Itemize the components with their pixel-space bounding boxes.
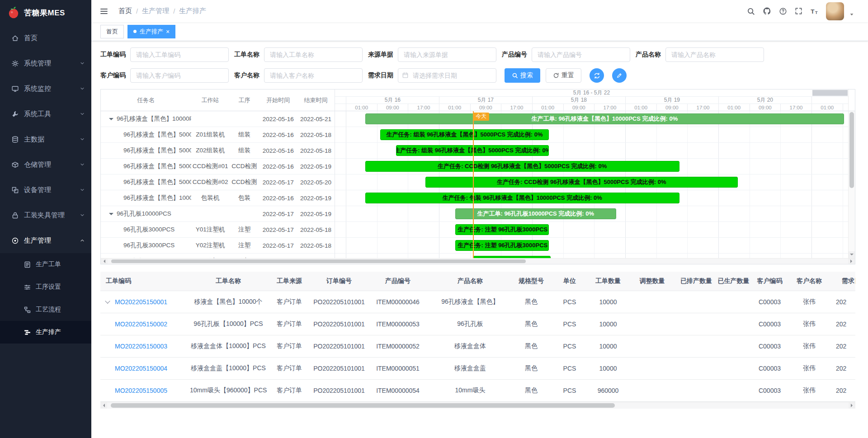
gantt-vertical-scrollbar[interactable] <box>848 89 855 258</box>
gantt-timeline-row: 生产任务: 包装 96孔移液盒【黑色】10000PCS 完成比例: 0% <box>335 190 848 206</box>
fullscreen-icon[interactable] <box>795 7 802 15</box>
gantt-grid-row[interactable]: 96孔孔板3000PCSY03注塑机注塑2022-05-172022-05-18 <box>101 254 335 258</box>
user-menu-caret-icon[interactable] <box>849 12 854 17</box>
work-order-name-input[interactable] <box>264 47 363 62</box>
reset-button[interactable]: 重置 <box>546 68 581 83</box>
user-avatar[interactable] <box>826 2 844 20</box>
task-bar[interactable]: 生产任务: 组装 96孔移液盒【黑色】5000PCS 完成比例: 0% <box>380 129 549 140</box>
order-row[interactable]: MO202205150001移液盒【黑色】10000个客户订单PO2022051… <box>100 291 855 313</box>
tab-home[interactable]: 首页 <box>100 25 124 38</box>
tab-production-scheduling[interactable]: 生产排产× <box>127 25 175 38</box>
chevron-down-icon <box>80 212 85 218</box>
gantt-grid-row[interactable]: 96孔移液盒【黑色】5000PCSCCD检测#01CCD检测2022-05-16… <box>101 159 335 174</box>
scrollbar-thumb[interactable] <box>111 259 526 263</box>
sidebar-toggle-icon[interactable] <box>99 7 108 16</box>
gantt-grid-row[interactable]: 96孔移液盒【黑色】10000PCS包装机包装2022-05-162022-05… <box>101 190 335 206</box>
edit-button[interactable] <box>612 68 627 83</box>
gantt-grid-row[interactable]: 96孔移液盒【黑色】5000PCSZ02组装机组装2022-05-162022-… <box>101 143 335 159</box>
task-bar[interactable]: 生产任务: 注塑 96孔孔板3000PCS 完成比例: 0% <box>473 256 550 258</box>
orders-horizontal-scrollbar[interactable] <box>100 402 855 409</box>
breadcrumb-item[interactable]: 生产管理 <box>142 7 169 15</box>
order-row[interactable]: MO202205150004移液盒盒盖【10000】PCS客户订单PO20220… <box>100 357 855 379</box>
order-cell: 96孔孔板【10000】PCS <box>190 313 267 335</box>
start-time-cell: 2022-05-16 <box>259 163 297 170</box>
chevron-down-icon <box>80 137 85 142</box>
sidebar-item-production-management[interactable]: 生产管理 <box>0 228 91 253</box>
scrollbar-track[interactable] <box>107 402 849 409</box>
github-icon[interactable] <box>763 7 771 15</box>
scroll-right-button[interactable] <box>848 259 855 264</box>
task-bar[interactable]: 生产任务: 注塑 96孔孔板3000PCS 完成比例: 0% <box>455 224 549 235</box>
scrollbar-thumb[interactable] <box>849 112 854 188</box>
order-code-link[interactable]: MO202205150002 <box>115 320 167 328</box>
scroll-left-button[interactable] <box>101 259 108 264</box>
scrollbar-track[interactable] <box>849 111 855 251</box>
order-cell: 96孔孔板 <box>429 313 511 335</box>
order-code-link[interactable]: MO202205150003 <box>115 343 167 350</box>
breadcrumb-item[interactable]: 首页 <box>118 7 132 15</box>
tree-expand-icon[interactable] <box>109 213 113 217</box>
order-row[interactable]: MO20220515000296孔孔板【10000】PCS客户订单PO20220… <box>100 313 855 335</box>
task-bar[interactable]: 生产任务: 注塑 96孔孔板3000PCS 完成比例: 0% <box>455 240 549 251</box>
gantt-grid-row[interactable]: 96孔移液盒【黑色】5000PCSZ01组装机组装2022-05-162022-… <box>101 127 335 143</box>
sidebar-item-system-monitoring[interactable]: 系统监控 <box>0 76 91 101</box>
gantt-grid-row[interactable]: 96孔孔板3000PCSY02注塑机注塑2022-05-172022-05-18 <box>101 238 335 254</box>
tree-expand-icon[interactable] <box>109 118 113 122</box>
work-order-bar[interactable]: 生产工单: 96孔孔板10000PCS 完成比例: 0% <box>455 208 616 219</box>
sidebar-item-production-work-order[interactable]: 生产工单 <box>0 253 91 276</box>
product-code-input[interactable] <box>532 47 630 62</box>
sidebar-item-home[interactable]: 首页 <box>0 25 91 51</box>
order-row[interactable]: MO202205150003移液盒盒体【10000】PCS客户订单PO20220… <box>100 335 855 357</box>
app-logo[interactable]: 苦糖果MES <box>0 0 91 25</box>
timeline-hour-label: 01:00 <box>718 104 750 111</box>
sidebar-item-warehouse-management[interactable]: 仓储管理 <box>0 152 91 177</box>
customer-code-input[interactable] <box>130 68 229 83</box>
gantt-grid-row[interactable]: 96孔孔板3000PCSY01注塑机注塑2022-05-172022-05-18 <box>101 222 335 238</box>
work-order-code-input[interactable] <box>130 47 229 62</box>
order-cell: 黑色 <box>511 335 552 357</box>
font-size-icon[interactable]: TT <box>810 7 818 15</box>
gantt-grid-row[interactable]: 96孔移液盒【黑色】5000PCSCCD检测#02CCD检测2022-05-17… <box>101 174 335 190</box>
order-code-link[interactable]: MO202205150004 <box>115 365 167 372</box>
task-name: 96孔孔板3000PCS <box>123 241 175 250</box>
tab-close-icon[interactable]: × <box>166 28 170 35</box>
sidebar-item-master-data[interactable]: 主数据 <box>0 127 91 152</box>
sidebar-item-fixture-management[interactable]: 工装夹具管理 <box>0 203 91 228</box>
task-bar[interactable]: 生产任务: CCD检测 96孔移液盒【黑色】5000PCS 完成比例: 0% <box>365 161 679 172</box>
sidebar-item-system-management[interactable]: 系统管理 <box>0 51 91 76</box>
source-doc-input[interactable] <box>398 47 496 62</box>
task-bar[interactable]: 生产任务: CCD检测 96孔移液盒【黑色】5000PCS 完成比例: 0% <box>425 177 738 188</box>
help-icon[interactable] <box>779 7 787 15</box>
sidebar-item-process-settings[interactable]: 工序设置 <box>0 276 91 298</box>
scroll-left-button[interactable] <box>100 402 107 409</box>
gantt-horizontal-scrollbar[interactable] <box>101 258 855 264</box>
customer-name-input[interactable] <box>264 68 363 83</box>
gantt-timeline-header: 5月 16 - 5月 22 5月 165月 175月 185月 195月 205… <box>335 89 848 111</box>
gantt-panel: 任务名工作站工序开始时间结束时间 96孔移液盒【黑色】10000PCS2022-… <box>100 89 855 264</box>
task-bar[interactable]: 生产任务: 组装 96孔移液盒【黑色】5000PCS 完成比例: 0% <box>396 145 549 156</box>
product-name-input[interactable] <box>665 47 764 62</box>
order-code-link[interactable]: MO202205150005 <box>115 387 167 394</box>
search-icon[interactable] <box>747 7 755 15</box>
order-code-link[interactable]: MO202205150001 <box>115 298 167 306</box>
work-order-bar[interactable]: 生产工单: 96孔移液盒【黑色】10000PCS 完成比例: 0% <box>365 113 844 124</box>
sidebar-item-process-flow[interactable]: 工艺流程 <box>0 298 91 321</box>
orders-column-header: 需求日期 <box>830 272 855 291</box>
task-bar[interactable]: 生产任务: 包装 96孔移液盒【黑色】10000PCS 完成比例: 0% <box>365 193 679 203</box>
sidebar-item-production-scheduling[interactable]: 生产排产 <box>0 321 91 344</box>
expand-row-icon[interactable] <box>105 298 110 303</box>
sidebar-item-equipment-management[interactable]: 设备管理 <box>0 177 91 203</box>
scroll-right-button[interactable] <box>849 402 855 409</box>
order-row[interactable]: MO20220515000510mm吸头【960000】PCS客户订单PO202… <box>100 379 855 401</box>
scrollbar-thumb[interactable] <box>111 403 615 408</box>
scrollbar-track[interactable] <box>108 259 848 264</box>
order-code-cell: MO202205150005 <box>100 379 190 401</box>
demand-date-input[interactable] <box>398 68 496 83</box>
search-button[interactable]: 搜索 <box>505 68 540 83</box>
sync-button[interactable] <box>590 68 604 83</box>
gantt-grid-row[interactable]: 96孔孔板10000PCS2022-05-172022-05-19 <box>101 206 335 222</box>
scroll-down-button[interactable] <box>849 251 855 258</box>
gantt-grid-row[interactable]: 96孔移液盒【黑色】10000PCS2022-05-162022-05-21 <box>101 111 335 127</box>
gantt-timeline-row: 生产任务: CCD检测 96孔移液盒【黑色】5000PCS 完成比例: 0% <box>335 159 848 174</box>
sidebar-item-system-tools[interactable]: 系统工具 <box>0 101 91 127</box>
